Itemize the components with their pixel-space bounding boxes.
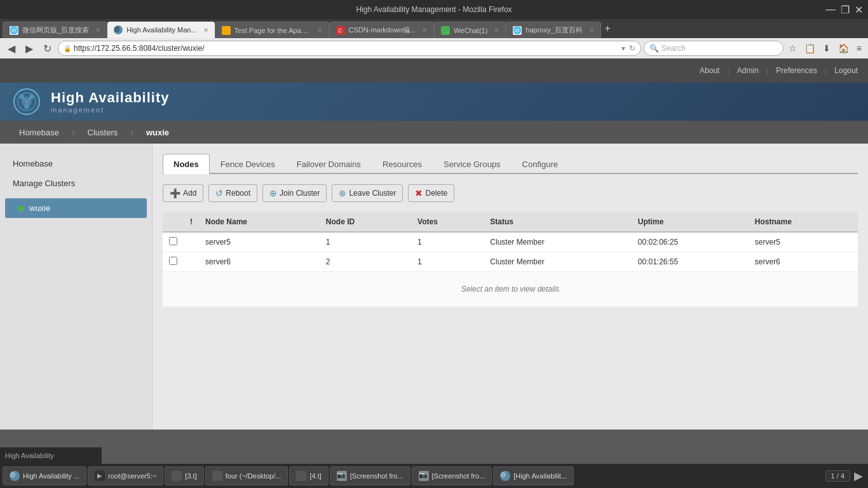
menu-button[interactable]: ≡ <box>854 42 864 55</box>
window-controls[interactable]: — ❐ ✕ <box>825 4 863 16</box>
join-label: Join Cluster <box>280 189 320 198</box>
tab-close-3[interactable]: ✕ <box>317 27 322 34</box>
tab-nodes[interactable]: Nodes <box>163 154 210 174</box>
reboot-button[interactable]: ↺ Reboot <box>208 184 257 202</box>
leave-icon: ⊗ <box>339 188 346 198</box>
taskbar-label-6: [Screenshot fro... <box>350 472 403 480</box>
preferences-link[interactable]: Preferences <box>776 66 817 75</box>
ha-app-title: High Availability <box>51 90 170 106</box>
tab-close-1[interactable]: ✕ <box>95 27 100 34</box>
logout-link[interactable]: Logout <box>834 66 858 75</box>
title-bar: High Availability Management - Mozilla F… <box>0 0 868 19</box>
browser-title: High Availability Management - Mozilla F… <box>356 5 512 14</box>
tab-failover-domains[interactable]: Failover Domains <box>286 154 372 174</box>
back-button[interactable]: ◀ <box>4 41 19 56</box>
tab-fence-devices[interactable]: Fence Devices <box>210 154 286 174</box>
ha-sidebar: Homebase Manage Clusters wuxie <box>0 144 153 430</box>
taskbar-arrow-right[interactable]: ▶ <box>851 469 865 483</box>
delete-button[interactable]: ✖ Delete <box>408 184 454 202</box>
url-refresh-icon[interactable]: ↻ <box>629 44 635 53</box>
taskbar-label-1: High Availability ... <box>23 472 79 480</box>
browser-tab-1[interactable]: 🌐 微信网页版_百度搜索 ✕ <box>3 22 107 38</box>
node-id-1: 1 <box>320 232 411 252</box>
nav-bar: ◀ ▶ ↻ 🔒 https://172.25.66.5:8084/cluster… <box>0 38 868 58</box>
browser-tab-2[interactable]: ⚙ High Availability Man... ✕ <box>107 22 214 38</box>
bookmark-add-button[interactable]: 📋 <box>802 42 818 55</box>
home-button[interactable]: 🏠 <box>836 42 851 55</box>
tab-service-groups[interactable]: Service Groups <box>433 154 512 174</box>
tab-label-1: 微信网页版_百度搜索 <box>22 25 89 35</box>
sidebar-item-manage-clusters[interactable]: Manage Clusters <box>0 173 152 193</box>
url-dropdown-icon[interactable]: ▼ <box>620 45 627 52</box>
browser-tab-5[interactable]: WeChat(1) ✕ <box>434 22 506 38</box>
taskbar-icon-2: ▶ <box>95 471 105 481</box>
taskbar-icon-3 <box>172 471 182 481</box>
row-checkbox-2[interactable] <box>169 257 177 265</box>
browser-tab-6[interactable]: 🌐 haproxy_百度百科 ✕ <box>506 22 600 38</box>
minimize-button[interactable]: — <box>825 4 836 16</box>
ha-logo <box>13 88 41 116</box>
new-tab-button[interactable]: + <box>601 23 614 34</box>
browser-tab-3[interactable]: Test Page for the Apach... ✕ <box>215 22 329 38</box>
close-button[interactable]: ✕ <box>855 4 863 16</box>
taskbar-item-3[interactable]: [3.t] <box>165 466 203 485</box>
about-link[interactable]: About <box>700 66 719 75</box>
sidebar-item-homebase[interactable]: Homebase <box>0 154 152 173</box>
sidebar-cluster-wuxie[interactable]: wuxie <box>5 198 147 218</box>
col-node-id: Node ID <box>320 212 411 232</box>
add-button[interactable]: ➕ Add <box>163 184 203 202</box>
reload-button[interactable]: ↻ <box>39 41 55 56</box>
restore-button[interactable]: ❐ <box>841 4 850 16</box>
taskbar-item-2[interactable]: ▶ root@server5:~ <box>88 466 163 485</box>
table-header-row: ! Node Name Node ID Votes Status Uptime … <box>163 212 858 232</box>
node-id-2: 2 <box>320 252 411 272</box>
tab-close-2[interactable]: ✕ <box>203 27 208 34</box>
lock-icon: 🔒 <box>64 45 71 52</box>
reboot-icon: ↺ <box>215 188 223 198</box>
search-box[interactable]: 🔍 Search <box>644 41 783 56</box>
detail-hint-text: Select an item to view details <box>163 272 858 307</box>
url-bar[interactable]: 🔒 https://172.25.66.5:8084/cluster/wuxie… <box>58 41 641 56</box>
taskbar-label-7: [Screenshot fro... <box>432 472 485 480</box>
nav-homebase[interactable]: Homebase <box>10 124 68 141</box>
nav-icons: ☆ 📋 ⬇ 🏠 ≡ <box>786 42 864 55</box>
taskbar-item-6[interactable]: 📷 [Screenshot fro... <box>330 466 410 485</box>
taskbar-icon-4 <box>212 471 222 481</box>
page-indicator: 1 / 4 <box>825 470 850 482</box>
bookmark-star-button[interactable]: ☆ <box>786 42 799 55</box>
tab-resources[interactable]: Resources <box>372 154 433 174</box>
tab-label-4: CSDN-markdown编... <box>349 25 416 35</box>
tab-close-4[interactable]: ✕ <box>422 27 427 34</box>
taskbar-icon-1: ⚙ <box>10 471 20 481</box>
taskbar-label-3: [3.t] <box>185 472 196 480</box>
add-label: Add <box>183 189 196 198</box>
node-name-1: server5 <box>199 232 320 252</box>
tab-close-5[interactable]: ✕ <box>494 27 499 34</box>
row-flag-1 <box>184 232 199 252</box>
forward-button[interactable]: ▶ <box>22 41 37 56</box>
admin-link[interactable]: Admin <box>737 66 759 75</box>
taskbar-item-1[interactable]: ⚙ High Availability ... <box>3 466 86 485</box>
tab-favicon-6: 🌐 <box>513 26 522 35</box>
taskbar-item-7[interactable]: 📷 [Screenshot fro... <box>412 466 492 485</box>
table-row[interactable]: server5 1 1 Cluster Member 00:02:06:25 s… <box>163 232 858 252</box>
tab-configure[interactable]: Configure <box>512 154 569 174</box>
url-text: https://172.25.66.5:8084/cluster/wuxie/ <box>74 44 618 53</box>
nav-clusters[interactable]: Clusters <box>79 124 127 141</box>
leave-cluster-button[interactable]: ⊗ Leave Cluster <box>332 184 403 202</box>
taskbar-item-4[interactable]: four (~/Desktop/... <box>205 466 288 485</box>
ha-main: Homebase Manage Clusters wuxie Nodes Fen… <box>0 144 868 430</box>
taskbar-item-5[interactable]: [4.t] <box>289 466 328 485</box>
taskbar-item-8[interactable]: ⚙ [High Availabilit... <box>493 466 574 485</box>
ha-app-subtitle: management <box>51 106 170 114</box>
content-toolbar: ➕ Add ↺ Reboot ⊕ Join Cluster ⊗ Leave Cl… <box>163 184 858 202</box>
browser-tab-4[interactable]: C CSDN-markdown编... ✕ <box>329 22 435 38</box>
join-cluster-button[interactable]: ⊕ Join Cluster <box>262 184 327 202</box>
row-checkbox-1[interactable] <box>169 237 177 245</box>
nav-sep-2: › <box>130 127 133 137</box>
taskbar-icon-6: 📷 <box>337 471 347 481</box>
table-row[interactable]: server6 2 1 Cluster Member 00:01:26:55 s… <box>163 252 858 272</box>
tab-close-6[interactable]: ✕ <box>589 27 594 34</box>
download-button[interactable]: ⬇ <box>820 42 833 55</box>
search-icon: 🔍 <box>649 44 659 53</box>
